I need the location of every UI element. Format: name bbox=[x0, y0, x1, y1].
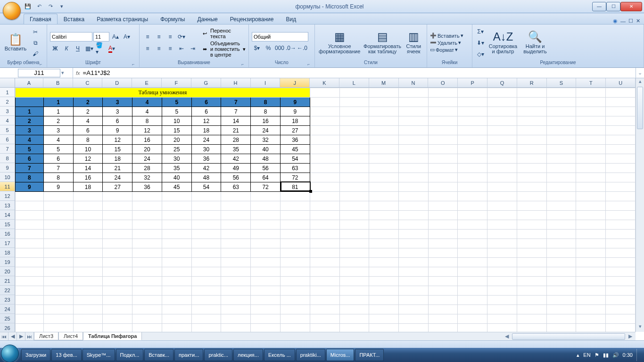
cell-A13[interactable] bbox=[16, 201, 44, 211]
row-header-22[interactable]: 22 bbox=[0, 286, 15, 295]
underline-button[interactable]: Ч bbox=[73, 43, 83, 54]
cell-N8[interactable] bbox=[398, 154, 428, 164]
cell-Q19[interactable] bbox=[487, 258, 517, 267]
col-header-U[interactable]: U bbox=[606, 78, 636, 87]
cell-U2[interactable] bbox=[606, 98, 636, 107]
cell-L1[interactable] bbox=[339, 88, 369, 98]
cell-U19[interactable] bbox=[606, 258, 636, 267]
cell-U12[interactable] bbox=[606, 192, 636, 201]
cell-G6[interactable]: 24 bbox=[191, 135, 221, 145]
cell-O6[interactable] bbox=[428, 135, 458, 145]
cell-Q20[interactable] bbox=[487, 267, 517, 277]
cell-T6[interactable] bbox=[576, 135, 606, 145]
bold-button[interactable]: Ж bbox=[50, 43, 60, 54]
cell-I4[interactable]: 16 bbox=[251, 116, 281, 126]
cell-O17[interactable] bbox=[428, 239, 458, 248]
row-header-8[interactable]: 8 bbox=[0, 154, 15, 163]
cell-N20[interactable] bbox=[398, 267, 428, 277]
cell-N2[interactable] bbox=[398, 98, 428, 107]
merge-center-button[interactable]: ⬌ Объединить и поместить в центре ▾ bbox=[203, 41, 246, 58]
cell-R6[interactable] bbox=[517, 135, 546, 145]
cell-H24[interactable] bbox=[221, 305, 251, 314]
cell-C4[interactable]: 4 bbox=[73, 116, 103, 126]
cell-L3[interactable] bbox=[339, 107, 369, 116]
cell-B5[interactable]: 3 bbox=[43, 126, 73, 135]
cell-N23[interactable] bbox=[398, 296, 428, 305]
cell-A11[interactable]: 9 bbox=[16, 182, 44, 192]
cell-T11[interactable] bbox=[576, 182, 606, 192]
cell-O22[interactable] bbox=[428, 286, 458, 296]
cell-I23[interactable] bbox=[251, 296, 281, 305]
cell-J21[interactable] bbox=[280, 277, 310, 286]
cell-U13[interactable] bbox=[606, 201, 636, 211]
cell-B19[interactable] bbox=[43, 258, 73, 267]
cell-P2[interactable] bbox=[458, 98, 487, 107]
cell-A20[interactable] bbox=[16, 267, 44, 277]
align-middle-button[interactable]: ≡ bbox=[154, 32, 164, 42]
cell-F19[interactable] bbox=[162, 258, 191, 267]
cell-S19[interactable] bbox=[546, 258, 576, 267]
cell-P5[interactable] bbox=[458, 126, 487, 135]
cell-Q12[interactable] bbox=[487, 192, 517, 201]
cell-G14[interactable] bbox=[191, 211, 221, 220]
cell-D25[interactable] bbox=[103, 314, 132, 324]
clear-button[interactable]: ◇▾ bbox=[475, 49, 486, 59]
cell-C16[interactable] bbox=[73, 230, 103, 239]
row-header-7[interactable]: 7 bbox=[0, 144, 15, 154]
cell-A19[interactable] bbox=[16, 258, 44, 267]
cell-R20[interactable] bbox=[517, 267, 546, 277]
cell-A10[interactable]: 8 bbox=[16, 173, 44, 182]
wrap-text-button[interactable]: ↩ Перенос текста bbox=[203, 28, 246, 39]
cell-M18[interactable] bbox=[369, 248, 399, 258]
cell-S13[interactable] bbox=[546, 201, 576, 211]
cell-H12[interactable] bbox=[221, 192, 251, 201]
cell-K19[interactable] bbox=[310, 258, 339, 267]
cell-N7[interactable] bbox=[398, 145, 428, 154]
cell-I2[interactable]: 8 bbox=[251, 98, 281, 107]
align-left-button[interactable]: ≡ bbox=[142, 43, 153, 54]
cell-G21[interactable] bbox=[191, 277, 221, 286]
align-top-button[interactable]: ≡ bbox=[142, 32, 153, 42]
cell-R2[interactable] bbox=[517, 98, 546, 107]
col-header-Q[interactable]: Q bbox=[487, 78, 517, 87]
cell-B7[interactable]: 5 bbox=[43, 145, 73, 154]
cell-H21[interactable] bbox=[221, 277, 251, 286]
cell-L25[interactable] bbox=[339, 314, 369, 324]
app-minimize-icon[interactable]: — bbox=[620, 18, 626, 24]
align-bottom-button[interactable]: ≡ bbox=[165, 32, 175, 42]
cell-I3[interactable]: 8 bbox=[251, 107, 281, 116]
cell-F11[interactable]: 45 bbox=[162, 182, 191, 192]
find-select-button[interactable]: 🔍Найти и выделить bbox=[520, 26, 550, 59]
cell-F15[interactable] bbox=[162, 220, 191, 230]
cell-N14[interactable] bbox=[398, 211, 428, 220]
cell-H7[interactable]: 35 bbox=[221, 145, 251, 154]
cell-J20[interactable] bbox=[280, 267, 310, 277]
cell-J18[interactable] bbox=[280, 248, 310, 258]
row-headers[interactable]: 1234567891011121314151617181920212223242… bbox=[0, 88, 15, 340]
row-header-11[interactable]: 11 bbox=[0, 182, 15, 191]
cell-P9[interactable] bbox=[458, 164, 487, 173]
cell-S4[interactable] bbox=[546, 116, 576, 126]
launcher-icon[interactable]: ⌐ bbox=[240, 62, 246, 67]
cell-J14[interactable] bbox=[280, 211, 310, 220]
cell-L10[interactable] bbox=[339, 173, 369, 182]
col-header-O[interactable]: O bbox=[428, 78, 458, 87]
cell-K12[interactable] bbox=[310, 192, 339, 201]
font-size-combo[interactable] bbox=[93, 32, 109, 41]
copy-button[interactable]: ⧉ bbox=[30, 38, 41, 48]
cell-O15[interactable] bbox=[428, 220, 458, 230]
cell-J9[interactable]: 63 bbox=[280, 164, 310, 173]
cell-O7[interactable] bbox=[428, 145, 458, 154]
cell-Q13[interactable] bbox=[487, 201, 517, 211]
cell-K11[interactable] bbox=[310, 182, 339, 192]
select-all-corner[interactable] bbox=[0, 78, 15, 88]
cell-I21[interactable] bbox=[251, 277, 281, 286]
cell-T4[interactable] bbox=[576, 116, 606, 126]
percent-button[interactable]: % bbox=[263, 43, 273, 53]
cell-J25[interactable] bbox=[280, 314, 310, 324]
cell-G20[interactable] bbox=[191, 267, 221, 277]
cell-N3[interactable] bbox=[398, 107, 428, 116]
cell-F23[interactable] bbox=[162, 296, 191, 305]
cell-G2[interactable]: 6 bbox=[191, 98, 221, 107]
cell-S14[interactable] bbox=[546, 211, 576, 220]
